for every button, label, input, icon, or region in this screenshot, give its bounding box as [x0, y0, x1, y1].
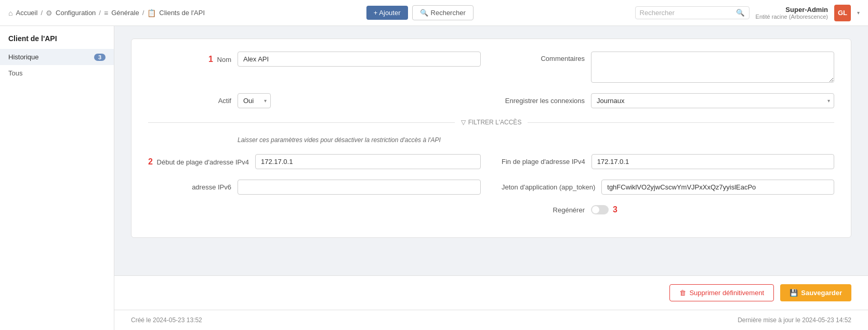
chevron-down-icon[interactable]: ▾	[857, 10, 860, 16]
row-ipv6-jeton: adresse IPv6 Jeton d'application (app_to…	[148, 180, 834, 195]
row-nom-commentaires: 1 Nom Commentaires	[148, 52, 834, 83]
group-enregistrer: Enregistrer les connexions Journaux Aucu…	[502, 93, 834, 108]
navbar-actions: + Ajouter 🔍 Rechercher	[366, 5, 474, 20]
bars-icon: ≡	[104, 9, 108, 17]
search-icon-button[interactable]: 🔍	[736, 9, 745, 17]
actions-row: 🗑 Supprimer définitivement 💾 Sauvegarder	[114, 275, 868, 310]
group-ipv6: adresse IPv6	[148, 180, 481, 195]
group-fin-ipv4: Fin de plage d'adresse IPv4	[502, 154, 834, 169]
sidebar-item-historique[interactable]: Historique 3	[0, 49, 114, 65]
actif-label: Actif	[148, 97, 231, 105]
filter-label: ▽ FILTRER L'ACCÈS	[461, 119, 522, 126]
navbar-right: 🔍 Super-Admin Entité racine (Arborescenc…	[635, 5, 860, 21]
search-button-label: Rechercher	[431, 9, 466, 17]
regenerer-toggle-wrapper: 3	[591, 205, 620, 214]
sidebar-badge-historique: 3	[94, 54, 106, 61]
sidebar-label-tous: Tous	[8, 69, 22, 77]
save-button[interactable]: 💾 Sauvegarder	[780, 284, 851, 301]
group-actif: Actif Oui Non ▾	[148, 93, 481, 108]
breadcrumb-accueil[interactable]: Accueil	[16, 9, 37, 17]
actif-select-wrapper: Oui Non ▾	[238, 93, 271, 108]
regenerer-toggle[interactable]	[591, 205, 609, 214]
sidebar-label-historique: Historique	[8, 53, 39, 61]
updated-at: Dernière mise à jour le 2024-05-23 14:52	[738, 316, 851, 324]
breadcrumb-clients-api[interactable]: Clients de l'API	[159, 9, 205, 17]
enregistrer-label: Enregistrer les connexions	[502, 97, 585, 105]
filter-note: Laisser ces paramètres vides pour désact…	[238, 136, 834, 144]
debut-ipv4-input[interactable]	[255, 154, 481, 169]
actif-select[interactable]: Oui Non	[238, 93, 271, 108]
nom-label: 1 Nom	[148, 55, 231, 64]
jeton-label: Jeton d'application (app_token)	[502, 183, 595, 191]
trash-icon: 🗑	[679, 289, 686, 297]
user-name: Super-Admin	[756, 6, 828, 14]
home-icon: ⌂	[8, 9, 12, 17]
breadcrumb: ⌂ Accueil / ⚙ Configuration / ≡ Générale…	[8, 9, 205, 17]
debut-ipv4-label-text: Début de plage d'adresse IPv4	[157, 158, 249, 166]
enregistrer-select[interactable]: Journaux Aucun	[591, 93, 834, 108]
group-jeton: Jeton d'application (app_token)	[502, 180, 834, 195]
save-icon: 💾	[790, 289, 798, 297]
global-search[interactable]: 🔍	[635, 6, 749, 19]
jeton-input[interactable]	[601, 180, 834, 195]
commentaires-textarea[interactable]	[591, 52, 834, 83]
step2-number: 2	[148, 157, 153, 166]
form-card: 1 Nom Commentaires Actif	[131, 39, 851, 238]
filter-divider: ▽ FILTRER L'ACCÈS	[148, 119, 834, 126]
search-input[interactable]	[640, 9, 736, 17]
row-regenerer: Regénérer 3	[148, 205, 834, 214]
user-avatar[interactable]: GL	[834, 5, 851, 21]
search-action-button[interactable]: 🔍 Rechercher	[412, 5, 474, 20]
breadcrumb-configuration[interactable]: Configuration	[56, 9, 96, 17]
delete-button[interactable]: 🗑 Supprimer définitivement	[669, 284, 774, 301]
ipv6-input[interactable]	[238, 180, 481, 195]
main-content: 1 Nom Commentaires Actif	[114, 26, 868, 275]
footer: Créé le 2024-05-23 13:52 Dernière mise à…	[114, 310, 868, 330]
nom-label-text: Nom	[217, 56, 231, 64]
created-at: Créé le 2024-05-23 13:52	[131, 316, 202, 324]
regenerer-label: Regénérer	[502, 206, 585, 214]
calendar-icon: 📋	[147, 9, 156, 17]
step1-number: 1	[208, 55, 213, 64]
navbar: ⌂ Accueil / ⚙ Configuration / ≡ Générale…	[0, 0, 868, 26]
sidebar-item-tous[interactable]: Tous	[0, 65, 114, 81]
group-regenerer: Regénérer 3	[502, 205, 834, 214]
debut-ipv4-label: 2 Début de plage d'adresse IPv4	[148, 157, 249, 167]
ipv6-label: adresse IPv6	[148, 183, 231, 191]
sidebar-title: Client de l'API	[0, 34, 114, 49]
sidebar: Client de l'API Historique 3 Tous	[0, 26, 114, 330]
group-debut-ipv4: 2 Début de plage d'adresse IPv4	[148, 154, 481, 169]
commentaires-label: Commentaires	[502, 52, 585, 62]
group-nom: 1 Nom	[148, 52, 481, 67]
filter-icon: ▽	[461, 119, 466, 126]
gear-icon: ⚙	[46, 9, 52, 17]
add-button[interactable]: + Ajouter	[366, 6, 408, 20]
row-ipv4: 2 Début de plage d'adresse IPv4 Fin de p…	[148, 154, 834, 169]
delete-button-label: Supprimer définitivement	[689, 289, 764, 297]
fin-ipv4-label: Fin de plage d'adresse IPv4	[502, 158, 585, 166]
enregistrer-select-wrapper: Journaux Aucun ▾	[591, 93, 834, 108]
group-commentaires: Commentaires	[502, 52, 834, 83]
step3-number: 3	[613, 205, 617, 214]
user-entity: Entité racine (Arborescence)	[756, 14, 828, 20]
save-button-label: Sauvegarder	[801, 289, 842, 297]
user-info: Super-Admin Entité racine (Arborescence)	[756, 6, 828, 20]
content-wrapper: 1 Nom Commentaires Actif	[114, 26, 868, 330]
breadcrumb-generale[interactable]: Générale	[111, 9, 139, 17]
search-small-icon: 🔍	[420, 9, 428, 17]
row-actif-enregistrer: Actif Oui Non ▾ Enregistrer les connexio…	[148, 93, 834, 108]
nom-input[interactable]	[238, 52, 481, 67]
fin-ipv4-input[interactable]	[591, 154, 834, 169]
filter-text: FILTRER L'ACCÈS	[468, 119, 522, 126]
main-layout: Client de l'API Historique 3 Tous 1 Nom	[0, 26, 868, 330]
